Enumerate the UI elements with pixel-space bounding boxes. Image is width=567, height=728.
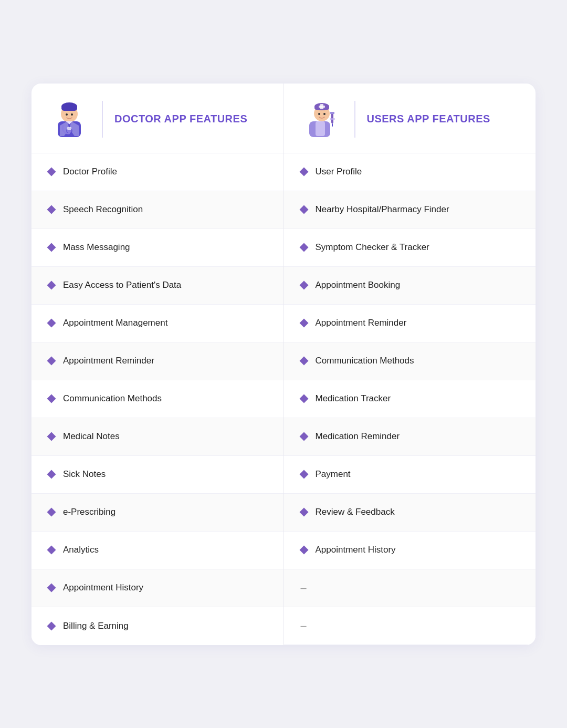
doctor-header: DOCTOR APP FEATURES [32,84,284,153]
doctor-feature-row: Medical Notes [32,418,284,456]
diamond-icon [299,243,308,252]
svg-point-17 [318,113,320,115]
diamond-icon [299,432,308,441]
users-features-list: User ProfileNearby Hospital/Pharmacy Fin… [284,153,536,645]
diamond-icon [47,205,56,214]
users-title: USERS APP FEATURES [367,113,490,125]
doctor-feature-row: e-Prescribing [32,494,284,532]
doctor-feature-row: Billing & Earning [32,607,284,645]
doctor-feature-row: Speech Recognition [32,191,284,229]
users-feature-row: User Profile [284,153,536,191]
diamond-icon [47,508,56,517]
diamond-icon [47,394,56,403]
users-header: USERS APP FEATURES [284,84,536,153]
svg-rect-22 [330,118,335,120]
diamond-icon [299,470,308,479]
diamond-icon [47,584,56,592]
doctor-header-divider [102,101,103,138]
feature-label: Medical Notes [63,431,120,442]
feature-label: Communication Methods [316,356,414,366]
feature-label: Nearby Hospital/Pharmacy Finder [316,204,449,215]
doctor-feature-row: Communication Methods [32,380,284,418]
users-feature-row: Payment [284,456,536,494]
diamond-icon [299,394,308,403]
users-header-divider [354,101,355,138]
diamond-icon [299,508,308,517]
diamond-icon [47,243,56,252]
users-feature-row: Communication Methods [284,342,536,380]
feature-label: Payment [316,469,351,480]
feature-label: Easy Access to Patient's Data [63,280,181,290]
svg-point-7 [66,113,68,116]
diamond-icon [47,168,56,176]
feature-label: Sick Notes [63,469,106,480]
doctor-feature-row: Analytics [32,532,284,569]
feature-label: Appointment Management [63,318,167,328]
feature-label: Mass Messaging [63,242,130,253]
svg-rect-20 [330,112,334,114]
users-dash-cell: – [284,569,536,607]
users-feature-row: Appointment History [284,532,536,569]
feature-label: Review & Feedback [316,507,395,517]
feature-label: Communication Methods [63,393,162,404]
users-column: USERS APP FEATURES User ProfileNearby Ho… [284,84,536,645]
svg-rect-11 [316,121,325,136]
doctor-feature-row: Appointment Reminder [32,342,284,380]
diamond-icon [299,319,308,328]
doctor-column: DOCTOR APP FEATURES Doctor ProfileSpeech… [32,84,284,645]
feature-label: Billing & Earning [63,621,129,631]
svg-point-8 [71,113,73,116]
svg-rect-6 [61,106,77,111]
doctor-avatar-icon [48,98,90,140]
users-feature-row: Symptom Checker & Tracker [284,229,536,267]
feature-label: Speech Recognition [63,204,143,215]
diamond-icon [47,319,56,328]
users-feature-row: Medication Tracker [284,380,536,418]
diamond-icon [299,357,308,366]
feature-label: User Profile [316,167,362,177]
users-feature-row: Appointment Reminder [284,305,536,342]
feature-label: Appointment Booking [316,280,401,290]
feature-label: Analytics [63,545,99,555]
diamond-icon [47,357,56,366]
feature-label: Appointment History [316,545,396,555]
feature-label: Doctor Profile [63,167,117,177]
diamond-icon [299,205,308,214]
doctor-feature-row: Doctor Profile [32,153,284,191]
diamond-icon [47,621,56,630]
users-dash-cell: – [284,607,536,645]
feature-label: e-Prescribing [63,507,116,517]
columns-container: DOCTOR APP FEATURES Doctor ProfileSpeech… [32,84,536,645]
main-card: DOCTOR APP FEATURES Doctor ProfileSpeech… [32,84,536,645]
feature-label: Appointment History [63,583,143,593]
doctor-feature-row: Easy Access to Patient's Data [32,267,284,305]
svg-point-18 [323,113,326,115]
doctor-feature-row: Sick Notes [32,456,284,494]
diamond-icon [47,432,56,441]
diamond-icon [299,546,308,555]
diamond-icon [47,470,56,479]
diamond-icon [299,168,308,176]
diamond-icon [299,281,308,290]
users-feature-row: Medication Reminder [284,418,536,456]
doctor-feature-row: Appointment Management [32,305,284,342]
feature-label: Medication Reminder [316,431,400,442]
doctor-features-list: Doctor ProfileSpeech RecognitionMass Mes… [32,153,284,645]
users-feature-row: Review & Feedback [284,494,536,532]
feature-label: Appointment Reminder [316,318,407,328]
users-feature-row: Nearby Hospital/Pharmacy Finder [284,191,536,229]
doctor-title: DOCTOR APP FEATURES [114,113,247,125]
feature-label: Appointment Reminder [63,356,154,366]
diamond-icon [47,281,56,290]
svg-rect-9 [67,127,71,130]
doctor-feature-row: Mass Messaging [32,229,284,267]
doctor-feature-row: Appointment History [32,569,284,607]
feature-label: Symptom Checker & Tracker [316,242,429,253]
user-avatar-icon [301,98,343,140]
users-feature-row: Appointment Booking [284,267,536,305]
feature-label: Medication Tracker [316,393,391,404]
diamond-icon [47,546,56,555]
svg-rect-21 [332,123,333,127]
svg-rect-16 [319,106,325,108]
